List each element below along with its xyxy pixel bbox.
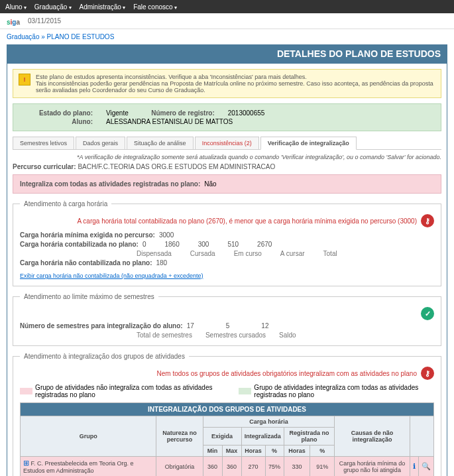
menu-admin[interactable]: Administração: [80, 3, 126, 11]
table-row: ⊞ F. C. Preestabelecida em Teoria Org. e…: [21, 457, 434, 477]
sem-label: Número de semestres para integralização …: [20, 322, 183, 329]
bc-graduacao[interactable]: Graduação: [7, 33, 39, 40]
info-box: Estado do plano: Vigente Número de regis…: [13, 103, 441, 131]
leg2: Grupo de atividades integraliza com toda…: [254, 384, 434, 398]
fs1-err: A carga horária total contabilizada no p…: [77, 217, 417, 225]
th-max: Max: [222, 446, 241, 457]
r2l: Carga horária contabilizada no plano:: [20, 241, 139, 248]
r2h1: Cursada: [190, 250, 215, 257]
r2v4: 2670: [257, 241, 272, 248]
topbar: Aluno Graduação Administração Fale conos…: [0, 0, 454, 13]
fs-carga: Atendimento à carga horária A carga horá…: [13, 200, 441, 286]
aluno-value: ALESSANDRA ESTANISLAU DE MATTOS: [106, 118, 233, 125]
fs-grupos: Atendimento à integralização dos grupos …: [13, 353, 441, 476]
table-title: INTEGRALIZAÇÃO DOS GRUPOS DE ATIVIDADES: [21, 403, 434, 416]
grupos-table: INTEGRALIZAÇÃO DOS GRUPOS DE ATIVIDADES …: [20, 402, 434, 476]
r2h2: Em curso: [234, 250, 262, 257]
r2h3: A cursar: [280, 250, 305, 257]
percurso-value: BACH/F.C.TEORIA DAS ORG.E ESTUDOS EM ADM…: [78, 163, 275, 170]
th-p2: %: [310, 446, 335, 457]
info-icon[interactable]: ℹ: [413, 462, 416, 470]
r2v2: 300: [198, 241, 209, 248]
th-h1: Horas: [241, 446, 265, 457]
th-int: Integralizada: [241, 428, 284, 446]
exibir-link[interactable]: Exibir carga horária não contabilizada (…: [20, 272, 203, 279]
aluno-label: Aluno:: [20, 118, 93, 125]
fs-carga-legend: Atendimento à carga horária: [20, 200, 111, 208]
menu-aluno[interactable]: Aluno: [5, 3, 27, 11]
th-causa: Causas de não integralização: [335, 416, 410, 457]
percurso-label: Percurso curricular:: [13, 163, 76, 170]
th-nat: Natureza no percurso: [156, 416, 203, 457]
tab-verificacao[interactable]: Verificação de integralização: [260, 137, 357, 150]
integra-value: Não: [204, 180, 216, 188]
tab-inconsist[interactable]: Inconsistências (2): [195, 137, 259, 149]
numreg-value: 2013000655: [228, 109, 265, 117]
ok-icon: ✓: [421, 307, 434, 320]
sh2: Saldo: [279, 331, 296, 339]
current-date: 03/11/2015: [28, 17, 61, 25]
r3v: 180: [156, 259, 167, 267]
note-text: *A verificação de integralização somente…: [13, 154, 441, 160]
th-h2: Horas: [284, 446, 310, 457]
menu-graduacao[interactable]: Graduação: [34, 3, 72, 11]
th-p1: %: [265, 446, 284, 457]
tab-dados[interactable]: Dados gerais: [76, 137, 125, 149]
th-min: Min: [203, 446, 222, 457]
sh1: Semestres cursados: [205, 331, 266, 339]
expand-icon[interactable]: ⊞: [23, 459, 29, 467]
menu-fale[interactable]: Fale conosco: [133, 3, 177, 11]
fs-sem-legend: Atendimento ao limite máximo de semestre…: [20, 293, 158, 300]
error-icon: ⚷: [421, 214, 434, 227]
integra-box: Integraliza com todas as atividades regi…: [13, 174, 441, 194]
integra-label: Integraliza com todas as atividades regi…: [20, 180, 200, 188]
logo: siga: [7, 14, 20, 28]
r2v1: 1860: [164, 241, 179, 248]
th-reg: Registrada no plano: [284, 428, 335, 446]
r1l: Carga horária mínima exigida no percurso…: [20, 231, 155, 239]
th-ch: Carga horária: [203, 416, 335, 428]
th-grupo: Grupo: [21, 416, 156, 457]
leg1: Grupo de atividades não integraliza com …: [35, 384, 225, 398]
estado-label: Estado do plano:: [20, 109, 93, 117]
r2v0: 0: [142, 241, 146, 248]
sv0: 17: [187, 322, 194, 329]
swatch-green: [239, 388, 251, 394]
sh0: Total de semestres: [137, 331, 192, 339]
breadcrumb: Graduação » PLANO DE ESTUDOS: [0, 29, 454, 44]
fs-semestres: Atendimento ao limite máximo de semestre…: [13, 293, 441, 346]
warning-box: ! Este plano de estudos apresenta incons…: [13, 69, 441, 98]
r1v: 3000: [159, 231, 174, 239]
bc-plano[interactable]: PLANO DE ESTUDOS: [47, 33, 115, 40]
warn-line2: Tais inconsistências poderão gerar pendê…: [36, 80, 435, 93]
numreg-label: Número de registro:: [142, 109, 215, 117]
fs3-err: Nem todos os grupos de atividades obriga…: [157, 370, 417, 377]
search-icon[interactable]: 🔍: [422, 462, 431, 470]
swatch-pink: [20, 388, 32, 394]
page-title: DETALHES DO PLANO DE ESTUDOS: [7, 44, 447, 63]
r2h0: Dispensada: [137, 250, 172, 257]
estado-value: Vigente: [106, 109, 129, 117]
tab-semestres[interactable]: Semestres letivos: [13, 137, 74, 149]
tabs: Semestres letivos Dados gerais Situação …: [13, 137, 441, 150]
r3l: Carga horária não contabilizada no plano…: [20, 259, 152, 267]
r2h4: Total: [323, 250, 337, 257]
date-bar: siga 03/11/2015: [0, 13, 454, 29]
r2v3: 510: [227, 241, 239, 248]
warning-icon: !: [19, 74, 30, 86]
error-icon: ⚷: [421, 367, 434, 380]
warn-line1: Este plano de estudos apresenta inconsis…: [36, 74, 435, 80]
sv2: 12: [261, 322, 268, 329]
fs-grupos-legend: Atendimento à integralização dos grupos …: [20, 353, 189, 360]
sv1: 5: [226, 322, 230, 329]
tab-situacao[interactable]: Situação de análise: [127, 137, 194, 149]
th-exi: Exigida: [203, 428, 241, 446]
